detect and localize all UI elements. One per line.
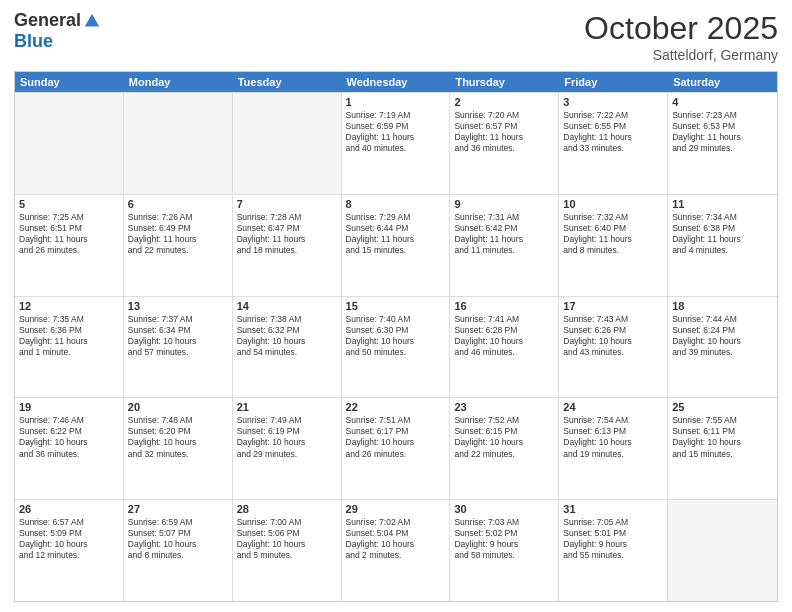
day-info: Sunrise: 7:29 AM Sunset: 6:44 PM Dayligh… bbox=[346, 212, 446, 256]
day-info: Sunrise: 7:54 AM Sunset: 6:13 PM Dayligh… bbox=[563, 415, 663, 459]
day-cell-1: 1Sunrise: 7:19 AM Sunset: 6:59 PM Daylig… bbox=[342, 93, 451, 194]
weekday-header-monday: Monday bbox=[124, 72, 233, 92]
day-info: Sunrise: 7:51 AM Sunset: 6:17 PM Dayligh… bbox=[346, 415, 446, 459]
day-cell-16: 16Sunrise: 7:41 AM Sunset: 6:28 PM Dayli… bbox=[450, 297, 559, 398]
day-info: Sunrise: 7:46 AM Sunset: 6:22 PM Dayligh… bbox=[19, 415, 119, 459]
day-number: 11 bbox=[672, 198, 773, 210]
weekday-header-wednesday: Wednesday bbox=[342, 72, 451, 92]
day-cell-8: 8Sunrise: 7:29 AM Sunset: 6:44 PM Daylig… bbox=[342, 195, 451, 296]
day-cell-3: 3Sunrise: 7:22 AM Sunset: 6:55 PM Daylig… bbox=[559, 93, 668, 194]
day-info: Sunrise: 7:25 AM Sunset: 6:51 PM Dayligh… bbox=[19, 212, 119, 256]
day-cell-7: 7Sunrise: 7:28 AM Sunset: 6:47 PM Daylig… bbox=[233, 195, 342, 296]
day-number: 24 bbox=[563, 401, 663, 413]
day-number: 9 bbox=[454, 198, 554, 210]
day-info: Sunrise: 7:00 AM Sunset: 5:06 PM Dayligh… bbox=[237, 517, 337, 561]
day-cell-13: 13Sunrise: 7:37 AM Sunset: 6:34 PM Dayli… bbox=[124, 297, 233, 398]
month-title: October 2025 bbox=[584, 10, 778, 47]
day-info: Sunrise: 7:41 AM Sunset: 6:28 PM Dayligh… bbox=[454, 314, 554, 358]
day-number: 12 bbox=[19, 300, 119, 312]
day-cell-27: 27Sunrise: 6:59 AM Sunset: 5:07 PM Dayli… bbox=[124, 500, 233, 601]
day-info: Sunrise: 6:57 AM Sunset: 5:09 PM Dayligh… bbox=[19, 517, 119, 561]
weekday-header-thursday: Thursday bbox=[450, 72, 559, 92]
logo: General Blue bbox=[14, 10, 101, 52]
day-number: 8 bbox=[346, 198, 446, 210]
day-info: Sunrise: 7:31 AM Sunset: 6:42 PM Dayligh… bbox=[454, 212, 554, 256]
calendar-row-0: 1Sunrise: 7:19 AM Sunset: 6:59 PM Daylig… bbox=[15, 92, 777, 194]
day-info: Sunrise: 7:35 AM Sunset: 6:36 PM Dayligh… bbox=[19, 314, 119, 358]
day-number: 2 bbox=[454, 96, 554, 108]
empty-cell-0-0 bbox=[15, 93, 124, 194]
day-info: Sunrise: 7:38 AM Sunset: 6:32 PM Dayligh… bbox=[237, 314, 337, 358]
day-number: 20 bbox=[128, 401, 228, 413]
day-number: 10 bbox=[563, 198, 663, 210]
day-number: 21 bbox=[237, 401, 337, 413]
calendar-body: 1Sunrise: 7:19 AM Sunset: 6:59 PM Daylig… bbox=[15, 92, 777, 601]
calendar-row-3: 19Sunrise: 7:46 AM Sunset: 6:22 PM Dayli… bbox=[15, 397, 777, 499]
day-cell-29: 29Sunrise: 7:02 AM Sunset: 5:04 PM Dayli… bbox=[342, 500, 451, 601]
page: General Blue October 2025 Satteldorf, Ge… bbox=[0, 0, 792, 612]
day-cell-6: 6Sunrise: 7:26 AM Sunset: 6:49 PM Daylig… bbox=[124, 195, 233, 296]
day-cell-11: 11Sunrise: 7:34 AM Sunset: 6:38 PM Dayli… bbox=[668, 195, 777, 296]
day-info: Sunrise: 7:48 AM Sunset: 6:20 PM Dayligh… bbox=[128, 415, 228, 459]
empty-cell-4-6 bbox=[668, 500, 777, 601]
day-cell-19: 19Sunrise: 7:46 AM Sunset: 6:22 PM Dayli… bbox=[15, 398, 124, 499]
day-number: 6 bbox=[128, 198, 228, 210]
day-info: Sunrise: 7:55 AM Sunset: 6:11 PM Dayligh… bbox=[672, 415, 773, 459]
day-info: Sunrise: 7:22 AM Sunset: 6:55 PM Dayligh… bbox=[563, 110, 663, 154]
logo-blue-text: Blue bbox=[14, 31, 53, 52]
day-number: 19 bbox=[19, 401, 119, 413]
day-cell-24: 24Sunrise: 7:54 AM Sunset: 6:13 PM Dayli… bbox=[559, 398, 668, 499]
day-info: Sunrise: 7:37 AM Sunset: 6:34 PM Dayligh… bbox=[128, 314, 228, 358]
day-info: Sunrise: 7:02 AM Sunset: 5:04 PM Dayligh… bbox=[346, 517, 446, 561]
day-info: Sunrise: 7:43 AM Sunset: 6:26 PM Dayligh… bbox=[563, 314, 663, 358]
calendar: SundayMondayTuesdayWednesdayThursdayFrid… bbox=[14, 71, 778, 602]
svg-marker-0 bbox=[85, 13, 99, 26]
day-cell-28: 28Sunrise: 7:00 AM Sunset: 5:06 PM Dayli… bbox=[233, 500, 342, 601]
day-number: 27 bbox=[128, 503, 228, 515]
day-cell-14: 14Sunrise: 7:38 AM Sunset: 6:32 PM Dayli… bbox=[233, 297, 342, 398]
day-number: 22 bbox=[346, 401, 446, 413]
day-cell-30: 30Sunrise: 7:03 AM Sunset: 5:02 PM Dayli… bbox=[450, 500, 559, 601]
day-cell-9: 9Sunrise: 7:31 AM Sunset: 6:42 PM Daylig… bbox=[450, 195, 559, 296]
day-number: 3 bbox=[563, 96, 663, 108]
day-cell-23: 23Sunrise: 7:52 AM Sunset: 6:15 PM Dayli… bbox=[450, 398, 559, 499]
day-info: Sunrise: 7:49 AM Sunset: 6:19 PM Dayligh… bbox=[237, 415, 337, 459]
day-cell-20: 20Sunrise: 7:48 AM Sunset: 6:20 PM Dayli… bbox=[124, 398, 233, 499]
day-cell-31: 31Sunrise: 7:05 AM Sunset: 5:01 PM Dayli… bbox=[559, 500, 668, 601]
day-info: Sunrise: 7:23 AM Sunset: 6:53 PM Dayligh… bbox=[672, 110, 773, 154]
day-info: Sunrise: 7:19 AM Sunset: 6:59 PM Dayligh… bbox=[346, 110, 446, 154]
day-number: 16 bbox=[454, 300, 554, 312]
logo-icon bbox=[83, 12, 101, 30]
day-cell-10: 10Sunrise: 7:32 AM Sunset: 6:40 PM Dayli… bbox=[559, 195, 668, 296]
day-number: 23 bbox=[454, 401, 554, 413]
day-info: Sunrise: 7:05 AM Sunset: 5:01 PM Dayligh… bbox=[563, 517, 663, 561]
location: Satteldorf, Germany bbox=[584, 47, 778, 63]
day-info: Sunrise: 7:52 AM Sunset: 6:15 PM Dayligh… bbox=[454, 415, 554, 459]
day-cell-17: 17Sunrise: 7:43 AM Sunset: 6:26 PM Dayli… bbox=[559, 297, 668, 398]
weekday-header-saturday: Saturday bbox=[668, 72, 777, 92]
day-info: Sunrise: 6:59 AM Sunset: 5:07 PM Dayligh… bbox=[128, 517, 228, 561]
weekday-header-friday: Friday bbox=[559, 72, 668, 92]
day-info: Sunrise: 7:40 AM Sunset: 6:30 PM Dayligh… bbox=[346, 314, 446, 358]
calendar-row-1: 5Sunrise: 7:25 AM Sunset: 6:51 PM Daylig… bbox=[15, 194, 777, 296]
weekday-header-tuesday: Tuesday bbox=[233, 72, 342, 92]
day-number: 14 bbox=[237, 300, 337, 312]
day-cell-12: 12Sunrise: 7:35 AM Sunset: 6:36 PM Dayli… bbox=[15, 297, 124, 398]
day-number: 15 bbox=[346, 300, 446, 312]
day-cell-25: 25Sunrise: 7:55 AM Sunset: 6:11 PM Dayli… bbox=[668, 398, 777, 499]
day-cell-15: 15Sunrise: 7:40 AM Sunset: 6:30 PM Dayli… bbox=[342, 297, 451, 398]
title-block: October 2025 Satteldorf, Germany bbox=[584, 10, 778, 63]
day-cell-4: 4Sunrise: 7:23 AM Sunset: 6:53 PM Daylig… bbox=[668, 93, 777, 194]
day-number: 31 bbox=[563, 503, 663, 515]
day-number: 1 bbox=[346, 96, 446, 108]
day-cell-18: 18Sunrise: 7:44 AM Sunset: 6:24 PM Dayli… bbox=[668, 297, 777, 398]
day-number: 13 bbox=[128, 300, 228, 312]
day-number: 29 bbox=[346, 503, 446, 515]
day-number: 28 bbox=[237, 503, 337, 515]
header: General Blue October 2025 Satteldorf, Ge… bbox=[14, 10, 778, 63]
day-cell-21: 21Sunrise: 7:49 AM Sunset: 6:19 PM Dayli… bbox=[233, 398, 342, 499]
day-cell-26: 26Sunrise: 6:57 AM Sunset: 5:09 PM Dayli… bbox=[15, 500, 124, 601]
logo-general-text: General bbox=[14, 10, 81, 31]
day-info: Sunrise: 7:28 AM Sunset: 6:47 PM Dayligh… bbox=[237, 212, 337, 256]
day-number: 18 bbox=[672, 300, 773, 312]
